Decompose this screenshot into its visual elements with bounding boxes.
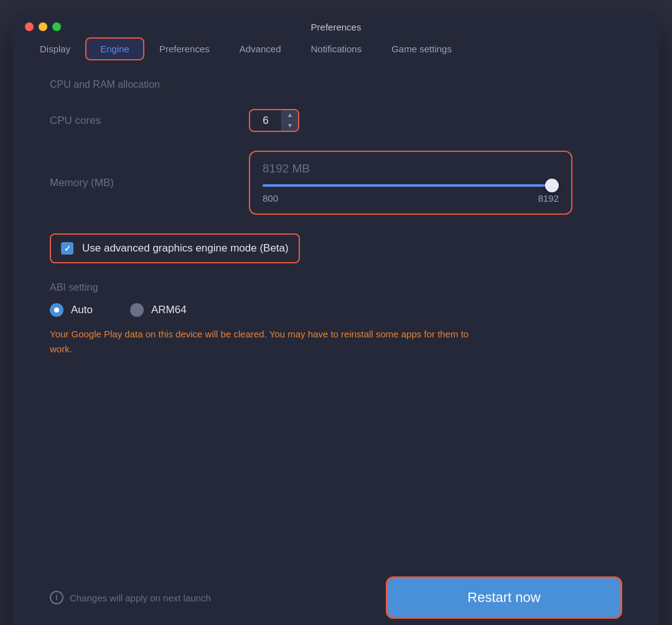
content-area: CPU and RAM allocation CPU cores 6 ▲ ▼ M…: [12, 73, 660, 625]
tab-notifications[interactable]: Notifications: [296, 37, 377, 60]
cpu-setting-row: CPU cores 6 ▲ ▼: [50, 109, 622, 132]
memory-container: 8192 MB 800 8192: [249, 151, 572, 215]
titlebar: Preferences: [12, 12, 660, 37]
tab-preferences[interactable]: Preferences: [144, 37, 225, 60]
memory-label: Memory (MB): [50, 177, 249, 189]
tab-display[interactable]: Display: [25, 37, 85, 60]
cpu-stepper[interactable]: 6 ▲ ▼: [249, 109, 299, 132]
memory-slider-track: [263, 184, 559, 187]
abi-section-title: ABI setting: [50, 282, 622, 293]
info-icon: i: [50, 591, 63, 604]
close-button[interactable]: [25, 22, 34, 31]
bottom-bar: i Changes will apply on next launch Rest…: [50, 564, 622, 619]
radio-arm64-button[interactable]: [130, 303, 144, 317]
graphics-checkbox-label: Use advanced graphics engine mode (Beta): [82, 242, 289, 255]
tab-advanced[interactable]: Advanced: [225, 37, 296, 60]
cpu-increment-button[interactable]: ▲: [282, 110, 298, 121]
info-text-label: Changes will apply on next launch: [70, 593, 211, 603]
checkbox-checkmark: ✓: [64, 244, 71, 253]
preferences-window: Preferences Display Engine Preferences A…: [12, 12, 660, 625]
radio-auto[interactable]: Auto: [50, 303, 93, 317]
maximize-button[interactable]: [52, 22, 61, 31]
cpu-label: CPU cores: [50, 115, 249, 127]
tab-game-settings[interactable]: Game settings: [376, 37, 467, 60]
cpu-decrement-button[interactable]: ▼: [282, 121, 298, 131]
radio-auto-label: Auto: [71, 304, 93, 316]
memory-value-display: 8192 MB: [263, 162, 559, 176]
radio-arm64-label: ARM64: [151, 304, 187, 316]
memory-min-label: 800: [263, 193, 278, 204]
tab-bar: Display Engine Preferences Advanced Noti…: [12, 37, 660, 60]
memory-slider-fill: [263, 184, 551, 187]
graphics-checkbox[interactable]: ✓: [61, 242, 73, 255]
stepper-buttons: ▲ ▼: [281, 110, 298, 131]
radio-auto-button[interactable]: [50, 303, 63, 317]
memory-slider-thumb[interactable]: [545, 179, 559, 192]
abi-radio-row: Auto ARM64: [50, 303, 622, 317]
warning-text: Your Google Play data on this device wil…: [50, 327, 473, 357]
restart-now-button[interactable]: Restart now: [386, 576, 622, 619]
memory-max-label: 8192: [538, 193, 559, 204]
traffic-lights: [25, 22, 61, 31]
minimize-button[interactable]: [39, 22, 47, 31]
radio-arm64[interactable]: ARM64: [130, 303, 187, 317]
info-section: i Changes will apply on next launch: [50, 591, 211, 604]
section-cpu-ram-title: CPU and RAM allocation: [50, 79, 622, 90]
tab-engine[interactable]: Engine: [85, 37, 144, 60]
graphics-checkbox-row[interactable]: ✓ Use advanced graphics engine mode (Bet…: [50, 233, 300, 263]
cpu-value: 6: [250, 111, 281, 131]
window-title: Preferences: [311, 22, 362, 32]
memory-slider-labels: 800 8192: [263, 193, 559, 204]
memory-setting-row: Memory (MB) 8192 MB 800 8192: [50, 151, 622, 215]
